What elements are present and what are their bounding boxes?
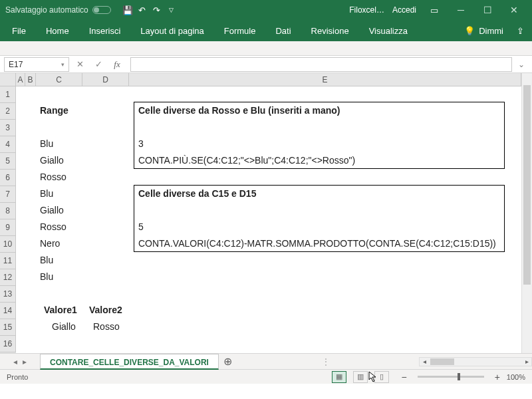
tab-review[interactable]: Revisione xyxy=(307,23,353,39)
zoom-knob[interactable] xyxy=(458,373,460,380)
scroll-left-icon[interactable]: ◂ xyxy=(420,358,429,365)
cell-c8[interactable]: Giallo xyxy=(37,203,66,217)
row-headers: 1 2 3 4 5 6 7 8 9 10 11 12 13 14 15 16 xyxy=(0,86,16,353)
formula-input[interactable] xyxy=(130,57,512,72)
share-icon[interactable]: ⇪ xyxy=(517,26,524,36)
tab-insert[interactable]: Inserisci xyxy=(85,23,125,39)
zoom-out-button[interactable]: − xyxy=(401,372,406,382)
cell-e2[interactable]: Celle diverse da Rosso e Blu (inseriti a… xyxy=(136,103,342,118)
cell-e10[interactable]: CONTA.VALORI(C4:C12)-MATR.SOMMA.PRODOTTO… xyxy=(136,236,499,251)
cell-e4[interactable]: 3 xyxy=(136,136,146,151)
row-7[interactable]: 7 xyxy=(0,186,16,203)
cell-c15[interactable]: Giallo xyxy=(49,319,78,334)
cell-e9[interactable]: 5 xyxy=(136,219,146,234)
tab-view[interactable]: Visualizza xyxy=(365,23,412,39)
cell-c14[interactable]: Valore1 xyxy=(41,303,80,317)
horizontal-scrollbar[interactable]: ◂ ▸ xyxy=(419,357,532,366)
sheet-nav[interactable]: ◂▸ xyxy=(0,357,40,366)
col-a[interactable]: A xyxy=(16,73,25,86)
sheet-tab-bar: ◂▸ CONTARE_CELLE_DIVERSE_DA_VALORI ⊕ ⋮ ◂… xyxy=(0,353,532,369)
zoom-slider[interactable] xyxy=(418,376,484,378)
tell-me[interactable]: Dimmi xyxy=(479,26,503,36)
sheet-tab[interactable]: CONTARE_CELLE_DIVERSE_DA_VALORI xyxy=(40,354,219,370)
cell-c4[interactable]: Blu xyxy=(37,136,56,151)
zoom-level[interactable]: 100% xyxy=(507,373,525,381)
row-11[interactable]: 11 xyxy=(0,253,16,269)
spreadsheet-grid[interactable]: A B C D E 1 2 3 4 5 6 7 8 9 10 11 12 13 … xyxy=(0,73,532,353)
row-13[interactable]: 13 xyxy=(0,286,16,303)
cells: Range Blu Giallo Rosso Blu Giallo Rosso … xyxy=(16,86,521,353)
vertical-scrollbar[interactable] xyxy=(521,73,532,353)
tab-home[interactable]: Home xyxy=(42,23,73,39)
chevron-down-icon[interactable]: ▾ xyxy=(61,61,65,68)
cell-d14[interactable]: Valore2 xyxy=(86,303,125,317)
cell-c7[interactable]: Blu xyxy=(37,186,56,201)
row-10[interactable]: 10 xyxy=(0,236,16,253)
view-normal-icon[interactable]: ▦ xyxy=(332,371,346,383)
fx-icon[interactable]: fx xyxy=(109,57,125,72)
tab-layout[interactable]: Layout di pagina xyxy=(136,23,207,39)
cell-c2[interactable]: Range xyxy=(37,103,71,118)
ribbon-display-icon[interactable]: ▭ xyxy=(427,3,442,17)
redo-icon[interactable]: ↷ xyxy=(150,3,164,17)
scroll-right-icon[interactable]: ▸ xyxy=(522,358,531,365)
name-box-value: E17 xyxy=(9,60,23,69)
tab-formulas[interactable]: Formule xyxy=(220,23,260,39)
ribbon-content xyxy=(0,41,532,56)
cell-c9[interactable]: Rosso xyxy=(37,219,69,234)
status-ready: Pronto xyxy=(7,373,28,381)
cell-c12[interactable]: Blu xyxy=(37,269,56,284)
row-5[interactable]: 5 xyxy=(0,153,16,170)
row-6[interactable]: 6 xyxy=(0,170,16,186)
titlebar: Salvataggio automatico 💾 ↶ ↷ ▽ Filoxcel…… xyxy=(0,0,532,20)
row-15[interactable]: 15 xyxy=(0,319,16,336)
formula-bar: E17 ▾ ✕ ✓ fx ⌄ xyxy=(0,56,532,73)
cancel-formula-icon[interactable]: ✕ xyxy=(72,57,88,72)
row-12[interactable]: 12 xyxy=(0,269,16,286)
qat-dropdown-icon[interactable]: ▽ xyxy=(164,3,179,17)
minimize-button[interactable]: ─ xyxy=(448,2,473,18)
cell-e7[interactable]: Celle diverse da C15 e D15 xyxy=(136,186,259,201)
row-14[interactable]: 14 xyxy=(0,303,16,319)
signin-button[interactable]: Accedi xyxy=(392,5,416,15)
doc-title: Filoxcel… xyxy=(349,5,384,15)
enter-formula-icon[interactable]: ✓ xyxy=(90,57,106,72)
close-button[interactable]: ✕ xyxy=(501,2,527,18)
tab-data[interactable]: Dati xyxy=(271,23,295,39)
cell-c11[interactable]: Blu xyxy=(37,253,56,267)
autosave-label: Salvataggio automatico xyxy=(5,5,88,15)
row-1[interactable]: 1 xyxy=(0,86,16,103)
status-bar: Pronto ▦ ▥ ▯ − + 100% xyxy=(0,369,532,384)
name-box[interactable]: E17 ▾ xyxy=(4,57,69,72)
col-b[interactable]: B xyxy=(25,73,36,86)
undo-icon[interactable]: ↶ xyxy=(135,3,150,17)
row-9[interactable]: 9 xyxy=(0,219,16,236)
new-sheet-button[interactable]: ⊕ xyxy=(219,355,237,368)
row-4[interactable]: 4 xyxy=(0,136,16,153)
zoom-in-button[interactable]: + xyxy=(495,372,500,382)
scroll-thumb[interactable] xyxy=(523,85,531,285)
row-8[interactable]: 8 xyxy=(0,203,16,219)
col-e[interactable]: E xyxy=(129,73,521,86)
tab-file[interactable]: File xyxy=(8,23,30,39)
autosave[interactable]: Salvataggio automatico xyxy=(5,5,111,15)
select-all[interactable] xyxy=(0,73,16,86)
ribbon-tabs: File Home Inserisci Layout di pagina For… xyxy=(0,20,532,41)
maximize-button[interactable]: ☐ xyxy=(475,2,500,18)
row-2[interactable]: 2 xyxy=(0,103,16,120)
hscroll-thumb[interactable] xyxy=(430,358,454,365)
cell-c6[interactable]: Rosso xyxy=(37,170,69,184)
row-16[interactable]: 16 xyxy=(0,336,16,352)
view-page-layout-icon[interactable]: ▥ xyxy=(353,371,368,383)
cell-c5[interactable]: Giallo xyxy=(37,153,66,168)
col-d[interactable]: D xyxy=(82,73,129,86)
formula-expand-icon[interactable]: ⌄ xyxy=(515,60,528,69)
col-c[interactable]: C xyxy=(36,73,82,86)
view-page-break-icon[interactable]: ▯ xyxy=(374,371,389,383)
row-3[interactable]: 3 xyxy=(0,120,16,136)
cell-d15[interactable]: Rosso xyxy=(90,319,122,334)
cell-c10[interactable]: Nero xyxy=(37,236,63,251)
save-icon[interactable]: 💾 xyxy=(120,3,135,17)
cell-e5[interactable]: CONTA.PIÙ.SE(C4:C12;"<>Blu";C4:C12;"<>Ro… xyxy=(136,153,358,168)
autosave-toggle[interactable] xyxy=(92,6,111,14)
